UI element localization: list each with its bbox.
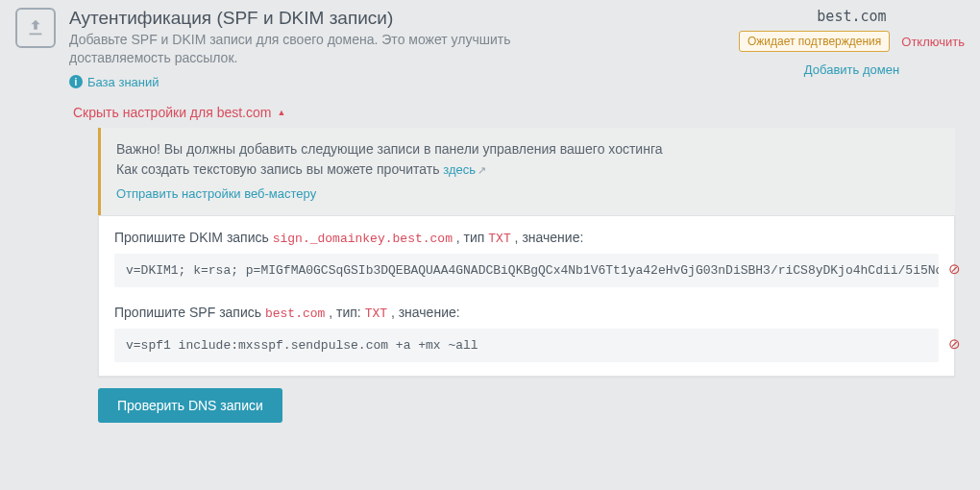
- toggle-settings-link[interactable]: Скрыть настройки для best.com: [73, 105, 285, 120]
- records-box: Пропишите DKIM запись sign._domainkey.be…: [98, 215, 955, 377]
- add-domain-link[interactable]: Добавить домен: [804, 62, 899, 77]
- spf-host: best.com: [265, 306, 325, 321]
- warning-icon: ⊘: [948, 260, 964, 276]
- external-link-icon: ↗: [478, 162, 486, 179]
- dkim-type: TXT: [488, 232, 510, 246]
- page-subtitle: Добавьте SPF и DKIM записи для своего до…: [69, 31, 569, 67]
- auth-icon: [15, 8, 56, 48]
- disable-link[interactable]: Отключить: [901, 35, 965, 49]
- dkim-instruction: Пропишите DKIM запись sign._domainkey.be…: [114, 230, 939, 246]
- page-title: Аутентификация (SPF и DKIM записи): [69, 8, 725, 29]
- knowledge-base-link[interactable]: i База знаний: [69, 75, 159, 89]
- check-dns-button[interactable]: Проверить DNS записи: [98, 388, 282, 423]
- domain-name: best.com: [739, 8, 965, 25]
- warning-icon: ⊘: [948, 335, 964, 351]
- alert-here-link[interactable]: здесь: [443, 162, 476, 177]
- spf-value-block[interactable]: v=spf1 include:mxsspf.sendpulse.com +a +…: [114, 329, 939, 362]
- alert-line-2-text: Как создать текстовую запись вы можете п…: [116, 161, 443, 177]
- spf-type: TXT: [365, 306, 387, 321]
- dkim-host: sign._domainkey.best.com: [273, 232, 453, 246]
- alert-line-1: Важно! Вы должны добавить следующие запи…: [116, 139, 940, 160]
- status-badge: Ожидает подтверждения: [739, 31, 890, 52]
- info-icon: i: [69, 75, 83, 88]
- send-to-webmaster-link[interactable]: Отправить настройки веб-мастеру: [116, 184, 940, 204]
- spf-instruction: Пропишите SPF запись best.com , тип: TXT…: [114, 305, 939, 321]
- kb-link-label: База знаний: [87, 75, 159, 89]
- dkim-value-block[interactable]: v=DKIM1; k=rsa; p=MIGfMA0GCSqGSIb3DQEBAQ…: [114, 254, 939, 287]
- alert-box: Важно! Вы должны добавить следующие запи…: [98, 128, 955, 216]
